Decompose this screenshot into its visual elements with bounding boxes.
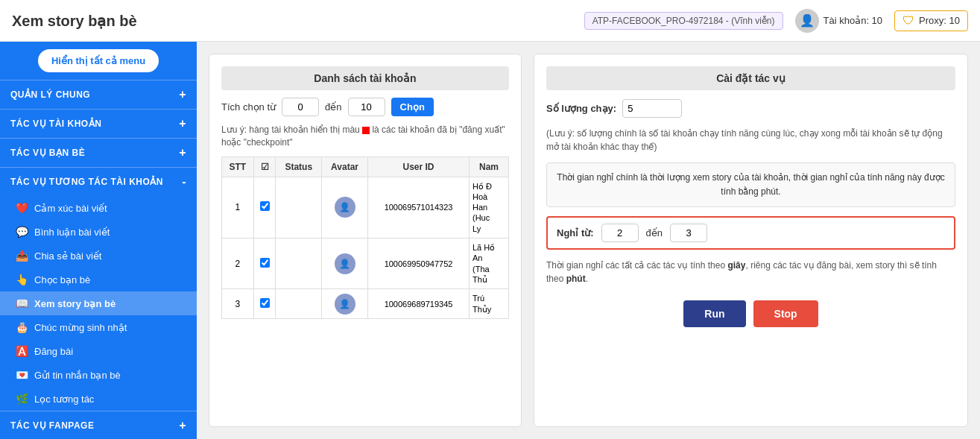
account-badge: ATP-FACEBOOK_PRO-4972184 - (Vĩnh viễn) [584, 12, 783, 30]
run-count-input[interactable] [622, 99, 682, 118]
sidebar-item-gui-tin-nhan[interactable]: 💌 Gửi tin nhắn bạn bè [0, 363, 197, 387]
range-from-input[interactable] [282, 98, 319, 116]
rest-to-input[interactable] [670, 224, 707, 242]
col-name: Nam [470, 157, 509, 177]
sidebar-item-xem-story-ban-be[interactable]: 📖 Xem story bạn bè [0, 291, 197, 315]
cell-name: TrúThủy [470, 289, 509, 319]
sidebar-section-label: TÁC VỤ BẠN BÈ [10, 148, 85, 158]
sidebar-section-tac-vu-ban-be: TÁC VỤ BẠN BÈ + [0, 138, 197, 167]
sidebar-section-header-tac-vu-ban-be[interactable]: TÁC VỤ BẠN BÈ + [0, 139, 197, 167]
toggle-icon: + [179, 419, 186, 432]
cell-stt: 2 [222, 239, 254, 289]
cell-avatar: 👤 [322, 177, 368, 238]
sidebar-section-tac-vu-fanpage: TÁC VỤ FANPAGE + [0, 411, 197, 439]
toggle-icon: - [182, 175, 186, 189]
heart-icon: ❤️ [15, 202, 28, 214]
table-row: 2👤100069950947752Lã HồAn(ThaThủ [222, 239, 509, 289]
run-button[interactable]: Run [683, 300, 745, 327]
warning-text: Lưu ý: hàng tài khoản hiển thị màu là cá… [221, 124, 509, 149]
row-checkbox[interactable] [260, 298, 270, 308]
cell-avatar: 👤 [322, 239, 368, 289]
sidebar-item-label: Chúc mừng sinh nhật [34, 322, 127, 333]
range-row: Tích chọn từ đến Chọn [221, 98, 509, 116]
cell-avatar: 👤 [322, 289, 368, 319]
rest-from-input[interactable] [601, 224, 639, 242]
birthday-icon: 🎂 [15, 321, 28, 333]
filter-icon: 🌿 [15, 393, 28, 405]
avatar: 👤 [335, 294, 355, 315]
cell-name: Hồ ĐHoàHan(HucLy [470, 177, 509, 238]
proxy-label: Proxy: 10 [919, 15, 960, 26]
cell-userid: 100069571014323 [368, 177, 470, 238]
sidebar-item-choc-ban-be[interactable]: 👆 Chọc bạn bè [0, 268, 197, 291]
cell-checkbox[interactable] [253, 177, 276, 238]
cell-status [276, 289, 322, 319]
left-panel-title: Danh sách tài khoản [221, 66, 509, 90]
account-label: Tài khoản: 10 [823, 15, 883, 26]
table-row: 1👤100069571014323Hồ ĐHoàHan(HucLy [222, 177, 509, 238]
cell-checkbox[interactable] [253, 239, 276, 289]
main-layout: Hiển thị tất cả menu QUẢN LÝ CHUNG + TÁC… [0, 42, 980, 439]
sidebar-item-label: Bình luận bài viết [34, 227, 110, 238]
sidebar-item-label: Chia sẻ bài viết [34, 250, 101, 262]
table-container: STT ☑ Status Avatar User ID Nam 1👤100069… [221, 157, 509, 319]
sidebar-section-tac-vu-tai-khoan: TÁC VỤ TÀI KHOẢN + [0, 109, 197, 138]
sidebar-item-chia-se-bai-viet[interactable]: 📤 Chia sẻ bài viết [0, 244, 197, 268]
sidebar-section-label: TÁC VỤ TÀI KHOẢN [10, 119, 101, 129]
sidebar-item-binh-luan-bai-viet[interactable]: 💬 Bình luận bài viết [0, 220, 197, 244]
range-from-label: Tích chọn từ [221, 101, 276, 113]
accounts-table: STT ☑ Status Avatar User ID Nam 1👤100069… [221, 157, 509, 319]
sidebar-section-tac-vu-tuong-tac: TÁC VỤ TƯƠNG TÁC TÀI KHOẢN - ❤️ Cảm xúc … [0, 167, 197, 411]
sidebar-item-chuc-mung-sinh-nhat[interactable]: 🎂 Chúc mừng sinh nhật [0, 315, 197, 339]
rest-to-label: đến [646, 227, 663, 239]
cell-status [276, 239, 322, 289]
rest-box: Nghỉ từ: đến [546, 216, 955, 250]
sidebar-section-header-tac-vu-tai-khoan[interactable]: TÁC VỤ TÀI KHOẢN + [0, 110, 197, 138]
show-all-menu-button[interactable]: Hiển thị tất cả menu [38, 49, 159, 72]
table-row: 3👤100069689719345TrúThủy [222, 289, 509, 319]
sidebar-item-label: Lọc tương tác [34, 394, 94, 405]
info-box: Thời gian nghỉ chính là thời lượng xem s… [546, 162, 955, 207]
col-status: Status [276, 157, 322, 177]
poke-icon: 👆 [15, 274, 28, 285]
content-area: Danh sách tài khoản Tích chọn từ đến Chọ… [197, 42, 980, 439]
sidebar-section-header-tac-vu-tuong-tac[interactable]: TÁC VỤ TƯƠNG TÁC TÀI KHOẢN - [0, 168, 197, 196]
col-check: ☑ [253, 157, 276, 177]
top-header: Xem story bạn bè ATP-FACEBOOK_PRO-497218… [0, 0, 980, 42]
sidebar-item-label: Gửi tin nhắn bạn bè [34, 370, 121, 381]
sidebar: Hiển thị tất cả menu QUẢN LÝ CHUNG + TÁC… [0, 42, 197, 439]
comment-icon: 💬 [15, 226, 28, 238]
stop-button[interactable]: Stop [753, 300, 818, 327]
range-to-label: đến [325, 101, 341, 113]
range-to-input[interactable] [348, 98, 385, 116]
share-icon: 📤 [15, 250, 28, 262]
sidebar-item-label: Đăng bài [34, 346, 73, 357]
proxy-info: 🛡 Proxy: 10 [894, 10, 968, 31]
col-stt: STT [222, 157, 254, 177]
right-panel: Cài đặt tác vụ Số lượng chạy: (Lưu ý: số… [534, 54, 968, 427]
toggle-icon: + [179, 88, 186, 101]
rest-label: Nghỉ từ: [557, 227, 594, 239]
choose-button[interactable]: Chọn [391, 98, 434, 116]
avatar: 👤 [335, 197, 355, 218]
cell-stt: 3 [222, 289, 254, 319]
row-checkbox[interactable] [260, 258, 270, 268]
row-checkbox[interactable] [260, 201, 270, 211]
shield-icon: 🛡 [902, 14, 914, 28]
sidebar-section-label: TÁC VỤ FANPAGE [10, 420, 94, 431]
toggle-icon: + [179, 146, 186, 160]
cell-checkbox[interactable] [253, 289, 276, 319]
sidebar-item-label: Chọc bạn bè [34, 274, 90, 285]
sidebar-item-dang-bai[interactable]: 🅰️ Đăng bài [0, 339, 197, 363]
cell-status [276, 177, 322, 238]
sidebar-section-header-quan-ly-chung[interactable]: QUẢN LÝ CHUNG + [0, 80, 197, 109]
story-icon: 📖 [15, 297, 28, 309]
cell-userid: 100069950947752 [368, 239, 470, 289]
sidebar-section-header-tac-vu-fanpage[interactable]: TÁC VỤ FANPAGE + [0, 411, 197, 439]
action-buttons: Run Stop [546, 300, 955, 327]
sidebar-item-cam-xuc-bai-viet[interactable]: ❤️ Cảm xúc bài viết [0, 196, 197, 220]
sidebar-item-loc-tuong-tac[interactable]: 🌿 Lọc tương tác [0, 387, 197, 411]
run-count-note: (Lưu ý: số lượng chính là số tài khoản c… [546, 127, 955, 154]
run-count-row: Số lượng chạy: [546, 99, 955, 118]
red-square-icon [362, 127, 370, 134]
